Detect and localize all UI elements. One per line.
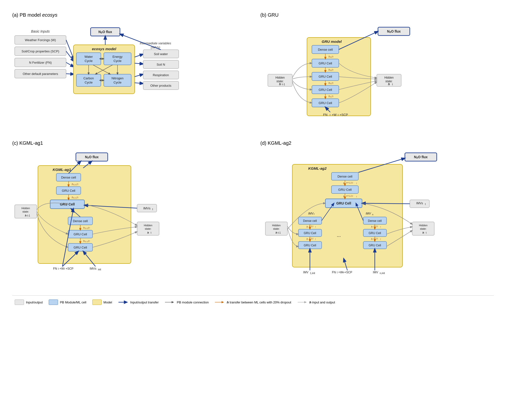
- legend-input-output-label: Input/output: [26, 300, 43, 304]
- legend-pb-module-label: PB Module/ML cell: [60, 300, 86, 304]
- svg-text:Dense cell: Dense cell: [318, 48, 333, 51]
- svg-text:state:: state:: [273, 227, 280, 230]
- svg-text:IMVs: IMVs: [90, 267, 96, 270]
- panel-a-diagram: Basic Inputs Weather Forcings (W) Soil/C…: [12, 25, 184, 128]
- svg-text:Water: Water: [84, 55, 93, 59]
- svg-text:Dense cell: Dense cell: [303, 219, 317, 223]
- svg-text:···: ···: [337, 233, 341, 239]
- svg-text:Respiration: Respiration: [153, 73, 169, 77]
- panel-d-diagram: N₂O flux KGML-ag2 Dense cell h n+1,2,t ↑…: [260, 151, 447, 286]
- svg-text:Cycle: Cycle: [85, 59, 93, 63]
- svg-text:Soil water: Soil water: [154, 52, 168, 56]
- svg-text:h₂,₂,t↑: h₂,₂,t↑: [72, 183, 79, 186]
- svg-text:h₂,₁,t↑: h₂,₁,t↑: [72, 196, 79, 199]
- svg-text:1,init: 1,init: [310, 272, 315, 275]
- svg-text:t: t: [151, 231, 152, 234]
- svg-text:↑: ↑: [315, 238, 316, 240]
- svg-text:n: n: [372, 213, 373, 216]
- svg-text:IMV: IMV: [303, 271, 308, 274]
- svg-text:IMV: IMV: [366, 212, 371, 215]
- svg-line-35: [135, 54, 143, 57]
- legend-input-output-box: [15, 300, 24, 305]
- svg-line-12: [66, 74, 74, 74]
- legend-h-transfer: h transfer between ML cells with 20% dro…: [214, 300, 291, 304]
- svg-text:FN: FN: [323, 113, 327, 117]
- svg-text:state:: state:: [145, 227, 152, 230]
- svg-text:Hidden: Hidden: [275, 76, 284, 79]
- legend-pb-connection: PB module connection: [165, 300, 209, 304]
- panel-c-diagram: N₂O flux KGML-ag1 Dense cell h₂,₂,t↑ GRU…: [12, 151, 184, 286]
- svg-text:ecosys model: ecosys model: [92, 47, 116, 51]
- legend-h-io-label: h input and output: [309, 300, 335, 304]
- svg-text:GRU Cell: GRU Cell: [368, 231, 381, 235]
- svg-text:GRU Cell: GRU Cell: [74, 246, 87, 249]
- legend-h-io: h input and output: [297, 300, 335, 304]
- svg-text:h: h: [422, 231, 424, 234]
- svg-text:IMV: IMV: [373, 271, 378, 274]
- svg-text:h: h: [306, 225, 308, 228]
- panel-b-title: (b) GRU: [260, 12, 494, 18]
- legend-input-output: Input/output: [15, 300, 43, 305]
- panel-b-diagram: N₂O flux GRU model Dense cell h₄,t↑ GRU …: [260, 25, 417, 128]
- legend-h-transfer-label: h transfer between ML cells with 20% dro…: [227, 300, 291, 304]
- svg-text:Dense cell: Dense cell: [368, 219, 381, 223]
- svg-text:Hidden: Hidden: [419, 224, 427, 227]
- panel-c-title: (c) KGML-ag1: [12, 140, 246, 146]
- svg-text:↑: ↑: [356, 195, 357, 198]
- svg-text:h: h: [147, 231, 149, 234]
- svg-text:t: t: [330, 114, 330, 116]
- svg-text:n+1,2,t: n+1,2,t: [346, 181, 353, 184]
- svg-text:KGML-ag1: KGML-ag1: [53, 168, 71, 172]
- svg-rect-18: [104, 53, 131, 65]
- svg-text:t-1: t-1: [27, 214, 30, 217]
- svg-text:t: t: [425, 203, 426, 205]
- svg-text:h: h: [306, 238, 308, 240]
- svg-text:KGML-ag2: KGML-ag2: [308, 166, 327, 170]
- svg-text:Soil/Crop properties (SCP): Soil/Crop properties (SCP): [22, 49, 59, 53]
- legend-pb-module: PB Module/ML cell: [49, 300, 86, 305]
- svg-text:N₂O flux: N₂O flux: [85, 155, 99, 159]
- svg-text:Nitrogen: Nitrogen: [111, 76, 123, 80]
- svg-text:+SCP: +SCP: [340, 113, 348, 117]
- svg-text:n,init: n,init: [380, 272, 385, 275]
- svg-text:Hidden: Hidden: [272, 224, 281, 227]
- svg-text:n+1,2,t: n+1,2,t: [346, 195, 353, 197]
- svg-text:Weather Forcings (W): Weather Forcings (W): [25, 38, 56, 42]
- svg-text:h₁,t↑: h₁,t↑: [329, 95, 334, 98]
- svg-text:GRU Cell: GRU Cell: [318, 88, 332, 92]
- panel-b: (b) GRU N₂O flux: [260, 12, 494, 128]
- svg-text:N₂O flux: N₂O flux: [414, 155, 428, 159]
- svg-text:Cycle: Cycle: [85, 81, 93, 84]
- svg-text:GRU Cell: GRU Cell: [318, 101, 332, 105]
- legend-model-box: [92, 300, 102, 305]
- panel-c: (c) KGML-ag1: [12, 140, 246, 286]
- svg-text:t: t: [392, 83, 393, 86]
- svg-line-36: [135, 63, 143, 64]
- svg-text:GRU Cell: GRU Cell: [304, 244, 316, 247]
- svg-text:N₂O flux: N₂O flux: [98, 30, 112, 34]
- svg-line-11: [66, 62, 74, 67]
- svg-text:Dense cell: Dense cell: [61, 176, 76, 179]
- svg-text:h₃,t↑: h₃,t↑: [329, 68, 334, 71]
- svg-text:+W: +W: [59, 267, 64, 270]
- svg-text:Energy: Energy: [112, 55, 123, 59]
- svg-text:t-1: t-1: [278, 231, 281, 234]
- svg-text:Cycle: Cycle: [114, 59, 122, 63]
- svg-text:state:: state:: [420, 227, 426, 230]
- svg-text:Dense cell: Dense cell: [337, 175, 352, 178]
- svg-text:h: h: [275, 231, 277, 234]
- svg-text:h: h: [371, 225, 373, 228]
- panel-a: (a) PB model ecosys Basic Inputs Weather…: [12, 12, 246, 128]
- svg-text:+SCP: +SCP: [66, 267, 73, 270]
- svg-text:h: h: [25, 214, 27, 217]
- svg-rect-24: [104, 74, 131, 86]
- svg-text:GRU Cell: GRU Cell: [62, 189, 75, 192]
- svg-text:h₂,t↑: h₂,t↑: [329, 82, 334, 84]
- svg-text:h₁,₂,t↑: h₁,₂,t↑: [83, 226, 90, 229]
- panel-d-title: (d) KGML-ag2: [260, 140, 494, 146]
- legend-section: Input/output PB Module/ML cell Model Inp…: [12, 295, 494, 309]
- svg-text:↑: ↑: [380, 238, 381, 240]
- svg-text:t: t: [58, 267, 59, 270]
- svg-text:Cycle: Cycle: [114, 81, 122, 84]
- svg-text:GRU Cell: GRU Cell: [318, 75, 332, 78]
